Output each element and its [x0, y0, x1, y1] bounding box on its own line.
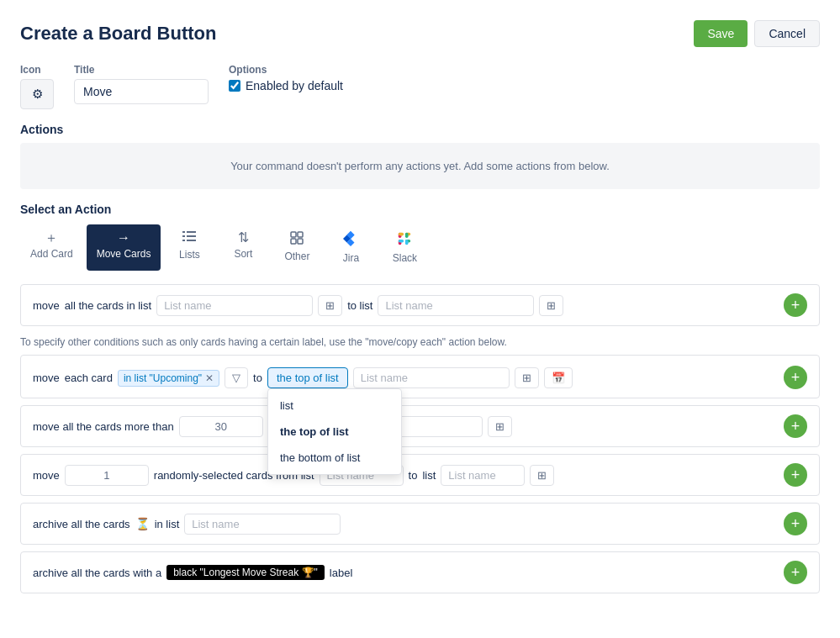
action-row1-add-button[interactable]: + [784, 293, 807, 317]
action-row1-source-list[interactable] [156, 295, 313, 316]
action-row3-days-input[interactable] [179, 416, 263, 437]
select-action-title: Select an Action [20, 203, 820, 216]
tab-lists[interactable]: Lists [164, 224, 214, 271]
action-row2-each-card: each card [65, 372, 113, 384]
icon-picker[interactable]: ⚙ [20, 79, 54, 109]
action-row6-label-word: label [330, 567, 352, 579]
svg-rect-13 [399, 233, 404, 236]
action-row-4: move randomly-selected cards from list t… [20, 454, 820, 496]
action-row4-dest-list[interactable] [441, 465, 525, 486]
action-row1-move: move [33, 299, 60, 312]
dropdown-item-bottom[interactable]: the bottom of list [268, 445, 401, 471]
title-field-group: Title [74, 64, 209, 104]
action-row2-dropdown-menu: list the top of list the bottom of list [267, 388, 402, 475]
svg-rect-5 [187, 240, 196, 241]
svg-rect-9 [298, 239, 303, 244]
tab-slack[interactable]: Slack [379, 224, 430, 271]
save-button[interactable]: Save [694, 20, 748, 47]
icon-field-group: Icon ⚙ [20, 64, 54, 109]
action-row2-dest-list[interactable] [353, 367, 510, 388]
action-row2-dest-icon[interactable]: ⊞ [515, 367, 539, 388]
action-row6-label-tag: black "Longest Move Streak 🏆" [166, 565, 325, 580]
options-section: Options Enabled by default [229, 64, 343, 92]
tab-sort-label: Sort [234, 248, 252, 260]
action-row2-move: move [33, 372, 60, 384]
svg-rect-0 [182, 231, 185, 233]
options-label: Options [229, 64, 343, 76]
tab-move-cards-label: Move Cards [97, 248, 151, 260]
tab-jira[interactable]: Jira [325, 224, 376, 271]
enabled-checkbox[interactable] [229, 80, 240, 92]
actions-section: Actions Your command doesn't perform any… [20, 123, 820, 189]
svg-rect-8 [291, 239, 296, 244]
action-row6-text1: archive all the cards with a [33, 567, 161, 579]
action-row4-add-button[interactable]: + [784, 463, 807, 487]
action-row5-in-list: in list [155, 518, 180, 530]
svg-rect-1 [187, 231, 196, 233]
tab-other-label: Other [284, 250, 309, 262]
action-row2-add-button[interactable]: + [784, 366, 807, 389]
cancel-button[interactable]: Cancel [754, 20, 820, 47]
page-header: Create a Board Button Save Cancel [20, 20, 820, 47]
action-row2-list-tag-remove[interactable]: ✕ [205, 372, 214, 384]
page-title: Create a Board Button [20, 23, 216, 45]
action-row-6: archive all the cards with a black "Long… [20, 551, 820, 593]
svg-rect-6 [291, 232, 296, 237]
action-row1-source-icon[interactable]: ⊞ [318, 295, 342, 316]
tab-jira-label: Jira [343, 252, 359, 264]
icon-label: Icon [20, 64, 54, 76]
action-row1-all-cards: all the cards in list [65, 299, 151, 312]
action-row2-list-tag: in list "Upcoming" ✕ [118, 370, 219, 387]
action-row5-text1: archive all the cards [33, 518, 130, 530]
hourglass-icon: ⏳ [135, 517, 150, 530]
lists-icon [182, 231, 196, 245]
actions-title: Actions [20, 123, 820, 136]
action-row6-add-button[interactable]: + [784, 561, 807, 584]
tab-other[interactable]: Other [272, 224, 322, 271]
action-row-1: move all the cards in list ⊞ to list ⊞ + [20, 284, 820, 326]
action-row4-list: list [422, 469, 436, 482]
tab-move-cards[interactable]: → Move Cards [87, 224, 161, 271]
tab-sort[interactable]: ⇅ Sort [218, 224, 268, 271]
action-row2-filter-button[interactable]: ▽ [225, 367, 248, 388]
svg-rect-15 [405, 233, 409, 238]
action-row4-count-input[interactable] [65, 465, 149, 486]
svg-rect-17 [405, 240, 409, 245]
dropdown-item-list[interactable]: list [268, 393, 401, 419]
svg-rect-16 [399, 240, 404, 243]
action-row1-dest-icon[interactable]: ⊞ [539, 295, 563, 316]
gear-icon: ⚙ [32, 87, 43, 102]
form-fields-row: Icon ⚙ Title Options Enabled by default [20, 64, 820, 109]
svg-rect-7 [298, 232, 303, 237]
action-row1-hint: To specify other conditions such as only… [20, 333, 820, 355]
action-row2-position-dropdown-wrapper: the top of list list the top of list the… [267, 367, 348, 388]
action-row5-list[interactable] [184, 514, 341, 535]
tab-slack-label: Slack [393, 252, 417, 264]
enabled-checkbox-row: Enabled by default [229, 79, 343, 92]
actions-empty-message: Your command doesn't perform any actions… [20, 143, 820, 189]
action-row5-add-button[interactable]: + [784, 512, 807, 535]
action-row-3: move all the cards more than days in lis… [20, 405, 820, 447]
action-tabs: ＋ Add Card → Move Cards Lists ⇅ Sort [20, 224, 820, 271]
svg-rect-4 [182, 240, 185, 241]
slack-icon [397, 231, 412, 249]
action-row1-dest-list[interactable] [378, 295, 534, 316]
sort-icon: ⇅ [238, 231, 249, 245]
add-card-icon: ＋ [45, 231, 58, 245]
action-row4-icon[interactable]: ⊞ [530, 465, 554, 486]
action-row4-to: to [409, 469, 418, 482]
dropdown-item-top[interactable]: the top of list [268, 419, 401, 445]
svg-rect-3 [187, 235, 196, 237]
action-row-5: archive all the cards ⏳ in list + [20, 503, 820, 545]
title-input[interactable] [74, 79, 209, 104]
tab-add-card[interactable]: ＋ Add Card [20, 224, 83, 271]
action-row2-calendar-icon[interactable]: 📅 [544, 367, 573, 388]
action-row3-icon[interactable]: ⊞ [488, 416, 512, 437]
action-row4-move: move [33, 469, 60, 482]
action-row3-add-button[interactable]: + [784, 414, 807, 438]
tab-add-card-label: Add Card [30, 248, 73, 260]
enabled-label: Enabled by default [246, 79, 343, 92]
action-row-2: move each card in list "Upcoming" ✕ ▽ to… [20, 355, 820, 398]
action-row2-position-button[interactable]: the top of list [267, 367, 348, 388]
action-row1-to-list: to list [347, 299, 372, 312]
